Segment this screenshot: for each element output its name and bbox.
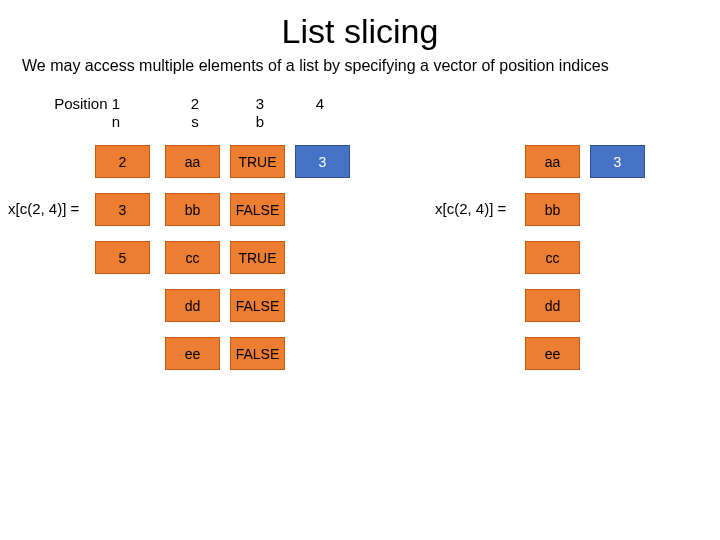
header-position-3: 3	[230, 95, 290, 112]
col-s-cell: aa	[165, 145, 220, 178]
diagram-stage: Position 1 2 3 4 n s b x[c(2, 4)] = 2 3 …	[0, 75, 720, 495]
slide-subtitle: We may access multiple elements of a lis…	[0, 51, 720, 75]
right-col-cell: ee	[525, 337, 580, 370]
col-n-cell: 3	[95, 193, 150, 226]
col-s-cell: bb	[165, 193, 220, 226]
col-n-cell: 5	[95, 241, 150, 274]
col-b-cell: TRUE	[230, 145, 285, 178]
header-name-s: s	[165, 113, 225, 130]
highlight-cell-right: 3	[590, 145, 645, 178]
right-col-cell: dd	[525, 289, 580, 322]
right-col-cell: cc	[525, 241, 580, 274]
right-col-cell: bb	[525, 193, 580, 226]
slide-title: List slicing	[0, 0, 720, 51]
col-s-cell: ee	[165, 337, 220, 370]
header-position-1: Position 1	[40, 95, 120, 112]
col-b-cell: FALSE	[230, 289, 285, 322]
right-col-cell: aa	[525, 145, 580, 178]
header-name-b: b	[230, 113, 290, 130]
right-expression: x[c(2, 4)] =	[435, 200, 506, 217]
left-expression: x[c(2, 4)] =	[8, 200, 79, 217]
col-b-cell: TRUE	[230, 241, 285, 274]
header-position-2: 2	[165, 95, 225, 112]
col-b-cell: FALSE	[230, 337, 285, 370]
col-n-cell: 2	[95, 145, 150, 178]
highlight-cell-left: 3	[295, 145, 350, 178]
col-b-cell: FALSE	[230, 193, 285, 226]
header-name-n: n	[60, 113, 120, 130]
col-s-cell: cc	[165, 241, 220, 274]
header-position-4: 4	[290, 95, 350, 112]
col-s-cell: dd	[165, 289, 220, 322]
